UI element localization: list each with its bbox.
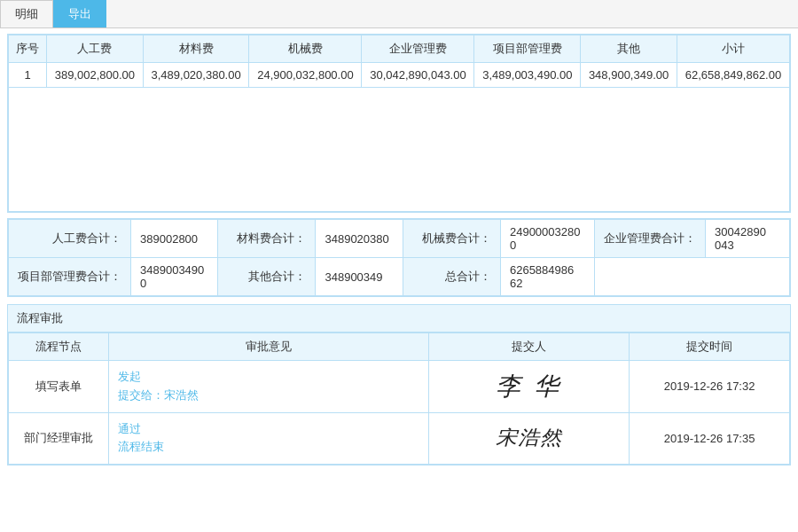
labor-total-value: 389002800: [131, 220, 218, 258]
other-total-label: 其他合计：: [218, 258, 316, 296]
summary-section: 人工费合计： 389002800 材料费合计： 3489020380 机械费合计…: [7, 218, 791, 297]
flow-opinion-link-1a[interactable]: 发起: [118, 368, 419, 387]
flow-row-2: 部门经理审批 通过 流程结束 宋浩然 2019-12-26 17:35: [9, 412, 790, 465]
col-header-project: 项目部管理费: [474, 35, 581, 63]
flow-col-submitter: 提交人: [429, 333, 630, 361]
summary-row-2: 项目部管理费合计： 3489003490 0 其他合计： 348900349 总…: [9, 258, 790, 296]
flow-time-1: 2019-12-26 17:32: [630, 361, 790, 413]
tab-detail[interactable]: 明细: [0, 0, 53, 27]
material-total-value: 3489020380: [316, 220, 403, 258]
col-header-machine: 机械费: [249, 35, 362, 63]
flow-col-time: 提交时间: [630, 333, 790, 361]
cell-seq: 1: [9, 63, 47, 88]
cell-labor: 389,002,800.00: [47, 63, 144, 88]
tab-bar: 明细 导出: [0, 0, 798, 28]
summary-row-1: 人工费合计： 389002800 材料费合计： 3489020380 机械费合计…: [9, 220, 790, 258]
flow-col-opinion: 审批意见: [108, 333, 428, 361]
signature-2: 宋浩然: [498, 426, 559, 449]
flow-time-2: 2019-12-26 17:35: [630, 412, 790, 465]
col-header-seq: 序号: [9, 35, 47, 63]
cell-subtotal: 62,658,849,862.00: [677, 63, 789, 88]
flow-opinion-1: 发起 提交给：宋浩然: [108, 361, 428, 413]
flow-col-node: 流程节点: [9, 333, 109, 361]
material-total-label: 材料费合计：: [218, 220, 316, 258]
machine-total-label: 机械费合计：: [403, 220, 500, 258]
flow-submitter-1: 李 华: [429, 361, 630, 413]
grand-total-label: 总合计：: [403, 258, 500, 296]
tab-export[interactable]: 导出: [53, 0, 106, 27]
cell-other: 348,900,349.00: [581, 63, 677, 88]
flow-section: 流程审批 流程节点 审批意见 提交人 提交时间 填写表单 发起 提交给：宋浩然 …: [7, 304, 791, 466]
summary-table: 人工费合计： 389002800 材料费合计： 3489020380 机械费合计…: [8, 219, 790, 296]
col-header-material: 材料费: [143, 35, 249, 63]
flow-node-1: 填写表单: [9, 361, 109, 413]
flow-node-2: 部门经理审批: [9, 412, 109, 465]
col-header-labor: 人工费: [47, 35, 144, 63]
cell-project: 3,489,003,490.00: [474, 63, 581, 88]
machine-total-value: 24900003280 0: [500, 220, 594, 258]
flow-opinion-link-2a[interactable]: 通过: [118, 420, 419, 439]
col-header-other: 其他: [581, 35, 677, 63]
flow-title: 流程审批: [8, 305, 790, 332]
col-header-enterprise: 企业管理费: [362, 35, 474, 63]
enterprise-total-value: 30042890 043: [706, 220, 790, 258]
cell-machine: 24,900,032,800.00: [249, 63, 362, 88]
grand-total-value: 6265884986 62: [500, 258, 594, 296]
project-total-label: 项目部管理费合计：: [9, 258, 131, 296]
flow-opinion-link-2b[interactable]: 流程结束: [118, 438, 419, 457]
project-total-value: 3489003490 0: [131, 258, 218, 296]
enterprise-total-label: 企业管理费合计：: [595, 220, 706, 258]
flow-row-1: 填写表单 发起 提交给：宋浩然 李 华 2019-12-26 17:32: [9, 361, 790, 413]
flow-opinion-link-1b[interactable]: 提交给：宋浩然: [118, 387, 419, 405]
col-header-subtotal: 小计: [677, 35, 789, 63]
empty-cell: [595, 258, 790, 296]
spacer-row: [9, 88, 790, 212]
cell-enterprise: 30,042,890,043.00: [362, 63, 474, 88]
main-table-section: 序号 人工费 材料费 机械费 企业管理费 项目部管理费 其他 小计 1 389,…: [7, 34, 791, 213]
labor-total-label: 人工费合计：: [9, 220, 131, 258]
table-row: 1 389,002,800.00 3,489,020,380.00 24,900…: [9, 63, 790, 88]
other-total-value: 348900349: [316, 258, 403, 296]
flow-opinion-2: 通过 流程结束: [108, 412, 428, 465]
cell-material: 3,489,020,380.00: [143, 63, 249, 88]
signature-1: 李 华: [496, 372, 562, 400]
cost-table: 序号 人工费 材料费 机械费 企业管理费 项目部管理费 其他 小计 1 389,…: [8, 35, 790, 212]
flow-table: 流程节点 审批意见 提交人 提交时间 填写表单 发起 提交给：宋浩然 李 华 2…: [8, 332, 790, 465]
flow-submitter-2: 宋浩然: [429, 412, 630, 465]
